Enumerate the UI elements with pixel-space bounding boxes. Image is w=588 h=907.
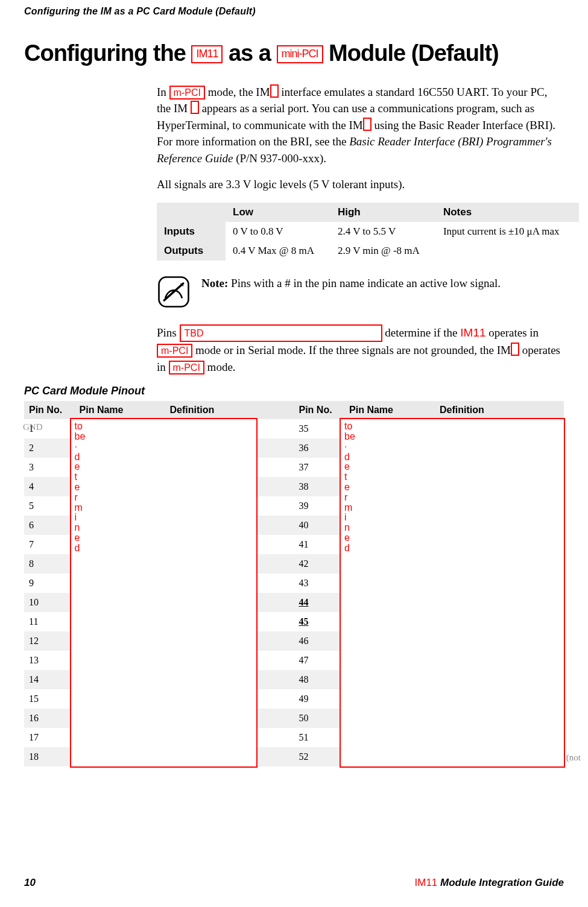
pinout-left-pinno: 4 xyxy=(24,477,75,496)
pinout-left-pinno: 18 xyxy=(24,747,75,766)
pinout-head-row: Pin No. Pin Name Definition Pin No. Pin … xyxy=(24,401,564,419)
pinout-left-pinno: 7 xyxy=(24,535,75,554)
voltage-head-low: Low xyxy=(226,203,330,222)
pinout-right-pinno: 45 xyxy=(294,612,344,631)
voltage-row-inputs: Inputs 0 V to 0.8 V 2.4 V to 5.5 V Input… xyxy=(157,222,579,241)
pinout-head-3: Definition xyxy=(165,401,294,419)
pinout-right-pinno: 42 xyxy=(294,554,344,574)
pinout-left-pinno: 15 xyxy=(24,689,75,709)
pinout-right-pinno: 47 xyxy=(294,651,344,670)
p1-t2: mode, the IM xyxy=(205,86,270,98)
p1-t1: In xyxy=(157,86,169,98)
pinout-head-4: Pin No. xyxy=(294,401,344,419)
pinout-left-pinno: 3 xyxy=(24,458,75,477)
note-lead: Note: xyxy=(201,277,228,289)
p3-t1: Pins xyxy=(157,326,180,339)
pinout-left-pinno: 17 xyxy=(24,728,75,747)
pinout-left-pinno: 2 xyxy=(24,438,75,458)
pinout-right-pinno: 38 xyxy=(294,477,344,496)
voltage-head-notes: Notes xyxy=(436,203,579,222)
running-head: Configuring the IM as a PC Card Module (… xyxy=(24,6,564,17)
p3-t4: mode or in Serial mode. If the three sig… xyxy=(192,344,511,356)
page-title: Configuring the IM11 as a mini-PCI Modul… xyxy=(24,41,564,67)
overlay-left-label: to be ·determined xyxy=(75,422,253,553)
note-body: Pins with a # in the pin name indicate a… xyxy=(228,277,501,289)
pinout-right-pinno: 48 xyxy=(294,670,344,689)
footer-right: IM11 Module Integration Guide xyxy=(415,877,564,889)
p3-dev: IM11 xyxy=(460,326,485,339)
overlay-left-to: to xyxy=(75,422,253,432)
pinout-right-pinno: 49 xyxy=(294,689,344,709)
page: Configuring the IM as a PC Card Module (… xyxy=(0,0,588,907)
overlay-right-be: be xyxy=(344,432,560,442)
paragraph-3: Pins TBD determine if the IM11 operates … xyxy=(157,324,564,375)
overlay-left-vertical: ·determined xyxy=(75,442,253,554)
pinout-right-pinno: 37 xyxy=(294,458,344,477)
page-footer: 10 IM11 Module Integration Guide xyxy=(24,877,564,889)
pinout-right-pinno: 46 xyxy=(294,631,344,651)
voltage-head-row: Low High Notes xyxy=(157,203,579,222)
pinout-head-1: Pin No. xyxy=(24,401,75,419)
pinout-right-pinno: 43 xyxy=(294,574,344,593)
pinout-heading: PC Card Module Pinout xyxy=(24,385,564,397)
pinout-left-pinno: 6 xyxy=(24,516,75,535)
pinout-left-pinno: 5 xyxy=(24,496,75,516)
title-redbox-mode: mini-PCI xyxy=(277,45,323,63)
voltage-outputs-low: 0.4 V Max @ 8 mA xyxy=(226,241,330,261)
pinout-left-pinno: 14 xyxy=(24,670,75,689)
p1-hair-1 xyxy=(270,84,279,98)
pinout-wrap: GND Ground V Pin No. Pin Name Definition… xyxy=(24,401,564,766)
p3-mode-box-2: m-PCI xyxy=(169,361,204,374)
running-head-suffix: as a PC Card Module (Default) xyxy=(112,6,256,16)
footer-device: IM11 xyxy=(415,877,438,888)
voltage-inputs-notes: Input current is ±10 μA max xyxy=(436,222,579,241)
voltage-outputs-notes xyxy=(436,241,579,261)
voltage-outputs-high: 2.9 V min @ -8 mA xyxy=(330,241,436,261)
voltage-table: Low High Notes Inputs 0 V to 0.8 V 2.4 V… xyxy=(157,203,579,261)
pinout-right-pinno: 40 xyxy=(294,516,344,535)
title-part3: Module (Default) xyxy=(329,40,499,66)
pinout-right-pinno: 50 xyxy=(294,709,344,728)
pinout-right-pinno: 52 xyxy=(294,747,344,766)
paragraph-2: All signals are 3.3 V logic levels (5 V … xyxy=(157,176,564,193)
p3-hair xyxy=(511,343,519,356)
note-icon xyxy=(157,275,191,309)
p3-t6: mode. xyxy=(204,361,236,373)
footer-guide: Module Integration Guide xyxy=(437,877,564,888)
pinout-right-pinno: 41 xyxy=(294,535,344,554)
pinout-right-pinno: 39 xyxy=(294,496,344,516)
title-part2: as a xyxy=(229,40,277,66)
title-part1: Configuring the xyxy=(24,40,191,66)
pinout-right-pinno: 35 xyxy=(294,419,344,438)
running-head-prefix: Configuring the IM xyxy=(24,6,112,16)
voltage-inputs-high: 2.4 V to 5.5 V xyxy=(330,222,436,241)
p3-t2: determine if the xyxy=(382,326,461,339)
p1-hair-2 xyxy=(191,101,199,114)
title-redbox-device: IM11 xyxy=(191,45,223,63)
p3-tbd-box: TBD xyxy=(180,324,382,342)
pinout-right-pinno: 51 xyxy=(294,728,344,747)
note-text: Note: Pins with a # in the pin name indi… xyxy=(201,275,501,292)
voltage-row-outputs: Outputs 0.4 V Max @ 8 mA 2.9 V min @ -8 … xyxy=(157,241,579,261)
body-content: In m-PCI mode, the IM interface emulates… xyxy=(157,84,564,376)
overlay-left-be: be xyxy=(75,432,253,442)
note-block: Note: Pins with a # in the pin name indi… xyxy=(157,275,564,309)
pinout-left-pinno: 9 xyxy=(24,574,75,593)
overlay-right-label: to be ·determined xyxy=(344,422,560,553)
voltage-head-blank xyxy=(157,203,226,222)
paragraph-1: In m-PCI mode, the IM interface emulates… xyxy=(157,84,564,167)
pinout-head-5: Pin Name xyxy=(344,401,435,419)
pinout-left-pinno: 10 xyxy=(24,593,75,612)
footer-page-number: 10 xyxy=(24,877,36,889)
pinout-left-pinno: 13 xyxy=(24,651,75,670)
p1-t6: (P/N 937-000-xxx). xyxy=(233,152,326,165)
voltage-outputs-label: Outputs xyxy=(157,241,226,261)
p1-mode-box: m-PCI xyxy=(169,86,205,100)
pinout-right-pinno: 36 xyxy=(294,438,344,458)
pinout-overlay-left: to be ·determined xyxy=(70,418,258,768)
pinout-head-2: Pin Name xyxy=(75,401,165,419)
pinout-left-pinno: 8 xyxy=(24,554,75,574)
overlay-right-vertical: ·determined xyxy=(344,442,560,554)
voltage-inputs-low: 0 V to 0.8 V xyxy=(226,222,330,241)
voltage-inputs-label: Inputs xyxy=(157,222,226,241)
